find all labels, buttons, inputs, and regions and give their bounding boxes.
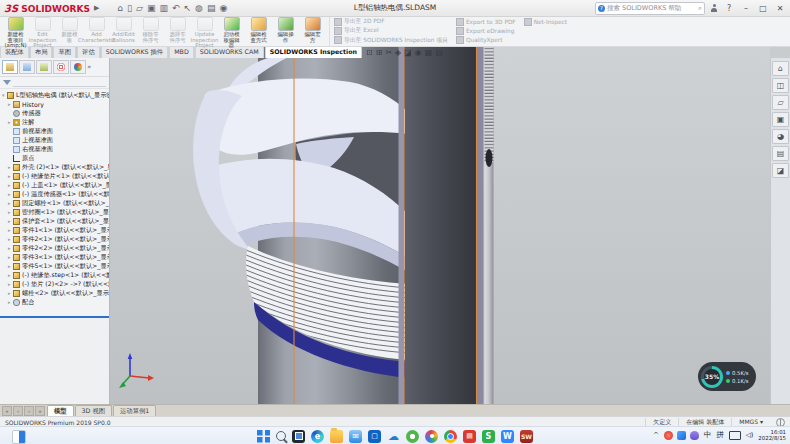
sheet-nav-arrow-icon[interactable]: ‹: [13, 406, 23, 416]
performance-float-widget[interactable]: 35% 0.5K/s 0.1K/s: [698, 362, 756, 391]
home-icon[interactable]: ⌂: [117, 3, 123, 13]
print-icon[interactable]: ▥: [159, 3, 168, 13]
tree-item[interactable]: 右视基准面: [0, 145, 109, 154]
property-manager-tab[interactable]: [19, 60, 35, 74]
edge-button[interactable]: e: [311, 430, 324, 443]
export-menu-item[interactable]: 导出至 2D PDF: [334, 17, 456, 26]
undo-icon[interactable]: ↶: [172, 3, 180, 13]
options-gear-icon[interactable]: ◉: [219, 3, 227, 13]
ribbon-button[interactable]: 选择零 件序号: [164, 16, 191, 46]
red-book-button[interactable]: ▤: [463, 430, 476, 443]
app-pinwheel-button[interactable]: [425, 430, 438, 443]
help-button[interactable]: ?: [723, 4, 735, 13]
view-orientation-icon[interactable]: ◈: [395, 48, 401, 57]
export-menu-item[interactable]: QualityXpert: [456, 36, 524, 45]
design-library-icon[interactable]: ◫: [772, 78, 789, 93]
tree-item[interactable]: ▸ 密封圈<1> (默认<<默认>_显示状: [0, 208, 109, 217]
ribbon-button[interactable]: 新建检 查项目 (amp;N): [2, 16, 29, 46]
touch-keyboard-icon[interactable]: [729, 431, 741, 440]
chrome-button[interactable]: [444, 430, 457, 443]
tree-item[interactable]: ▸ (-) 温度传感器<1> (默认<<默认>_: [0, 190, 109, 199]
sheet-nav-arrow-icon[interactable]: «: [2, 406, 12, 416]
hide-show-items-icon[interactable]: ◉: [415, 48, 422, 57]
export-menu-item[interactable]: Export eDrawing: [456, 26, 524, 35]
maximize-button[interactable]: □: [757, 4, 769, 13]
close-button[interactable]: ✕: [774, 4, 786, 13]
onedrive-button[interactable]: ☁: [387, 430, 400, 443]
section-view-icon[interactable]: ✂: [385, 48, 392, 57]
export-menu-item[interactable]: Export to 3D PDF: [456, 17, 524, 26]
export-menu-item[interactable]: Net-Inspect: [524, 17, 575, 26]
mail-button[interactable]: ✉: [349, 430, 362, 443]
export-menu-item[interactable]: 导出至 Excel: [334, 26, 456, 35]
tray-chevron-icon[interactable]: ^: [653, 431, 659, 439]
view-palette-icon[interactable]: ▣: [772, 112, 789, 127]
command-tab[interactable]: 草图: [53, 46, 76, 58]
search-button[interactable]: [276, 431, 286, 441]
solidworks-button[interactable]: SW: [520, 430, 533, 443]
ribbon-button[interactable]: Add Characteristic: [83, 16, 110, 46]
ribbon-button[interactable]: 移除零 件序号: [137, 16, 164, 46]
tree-item[interactable]: 原点: [0, 154, 109, 163]
command-tab[interactable]: 评估: [77, 46, 100, 58]
tree-item[interactable]: ▸ 保护套<1> (默认<<默认>_显示状: [0, 217, 109, 226]
tree-item[interactable]: ▸ (-) 上盖<1> (默认<<默认>_显示状: [0, 181, 109, 190]
tree-item[interactable]: ▸ 注解: [0, 118, 109, 127]
start-button[interactable]: [257, 430, 270, 443]
ribbon-button[interactable]: 编辑宏 方: [299, 16, 326, 46]
tray-red-icon[interactable]: [664, 431, 673, 440]
user-account-icon[interactable]: [710, 4, 718, 12]
zoom-area-icon[interactable]: ⊞: [376, 48, 383, 57]
tree-item[interactable]: ▾ L型铝轴热电偶 (默认<默认_显示状态-1: [0, 91, 109, 100]
tree-item[interactable]: ▸ 零件3<1> (默认<<默认>_显示状态: [0, 253, 109, 262]
ribbon-button[interactable]: 启动模 板编辑 器: [218, 16, 245, 46]
minimize-button[interactable]: –: [740, 4, 752, 13]
wps-button[interactable]: W: [501, 430, 514, 443]
tree-item[interactable]: ▸ History: [0, 100, 109, 109]
ime-language-indicator[interactable]: 中: [704, 430, 712, 440]
save-icon[interactable]: ▣: [147, 3, 156, 13]
tree-item[interactable]: 上视基准面: [0, 136, 109, 145]
app-green-button[interactable]: [406, 430, 419, 443]
tree-item[interactable]: ▸ 零件5<1> (默认<<默认>_显示状态: [0, 262, 109, 271]
sheet-nav-arrow-icon[interactable]: ›: [24, 406, 34, 416]
tree-item[interactable]: ▸ 零件1<1> (默认<<默认>_显示状态: [0, 226, 109, 235]
tree-item[interactable]: ▸ 外壳 (2)<1> (默认<<默认>_显示状: [0, 163, 109, 172]
s-green-button[interactable]: S: [482, 430, 495, 443]
tree-item[interactable]: ▸ 零件2<2> (默认<<默认>_显示状: [0, 244, 109, 253]
file-explorer-button[interactable]: [330, 430, 343, 443]
display-manager-tab[interactable]: [70, 60, 86, 74]
task-view-button[interactable]: [292, 430, 305, 443]
tree-item[interactable]: ▸ 固定螺栓<1> (默认<<默认>_显示: [0, 199, 109, 208]
logo-flyout-arrow-icon[interactable]: ▶: [94, 4, 99, 12]
forum-icon[interactable]: ◪: [772, 163, 789, 178]
new-file-icon[interactable]: ▯: [127, 3, 132, 13]
ribbon-button[interactable]: Update Inspection Project: [191, 16, 218, 46]
configuration-manager-tab[interactable]: [36, 60, 52, 74]
view-settings-icon[interactable]: ▤: [435, 48, 443, 57]
tree-item[interactable]: ▸ (-) 绝缘垫片<1> (默认<<默认>_显示状: [0, 172, 109, 181]
home-icon[interactable]: ⌂: [772, 61, 789, 76]
ribbon-button[interactable]: 编辑检 查方式: [245, 16, 272, 46]
tray-purple-icon[interactable]: [690, 431, 699, 440]
search-icon[interactable]: ⌕: [698, 4, 702, 12]
tree-item[interactable]: ▸ 配合: [0, 298, 109, 307]
file-properties-icon[interactable]: ▤: [207, 3, 216, 13]
command-tab[interactable]: SOLIDWORKS 插件: [101, 46, 168, 58]
tree-item[interactable]: 传感器: [0, 109, 109, 118]
dimxpert-manager-tab[interactable]: [53, 60, 69, 74]
tree-item[interactable]: ▸ 零件2<1> (默认<<默认>_显示状: [0, 235, 109, 244]
volume-icon[interactable]: ◁): [746, 431, 754, 439]
ribbon-button[interactable]: Add/Edit Balloons: [110, 16, 137, 46]
model-right-cylinder[interactable]: [399, 46, 494, 404]
ime-mode-indicator[interactable]: 拼: [716, 430, 724, 440]
filter-input[interactable]: [13, 79, 106, 87]
feature-manager-tab[interactable]: [2, 60, 18, 74]
tree-item[interactable]: ▸ (-) 垫片 (2)<2> ->? (默认<<默认>: [0, 280, 109, 289]
zoom-fit-icon[interactable]: ⊡: [366, 48, 373, 57]
display-style-icon[interactable]: ◪: [404, 48, 412, 57]
appearances-scenes-icon[interactable]: ◕: [772, 129, 789, 144]
apply-scene-icon[interactable]: ▦: [425, 48, 433, 57]
model-canvas[interactable]: [110, 46, 770, 404]
taskbar-clock[interactable]: 16:01 2022/8/15: [758, 429, 786, 441]
